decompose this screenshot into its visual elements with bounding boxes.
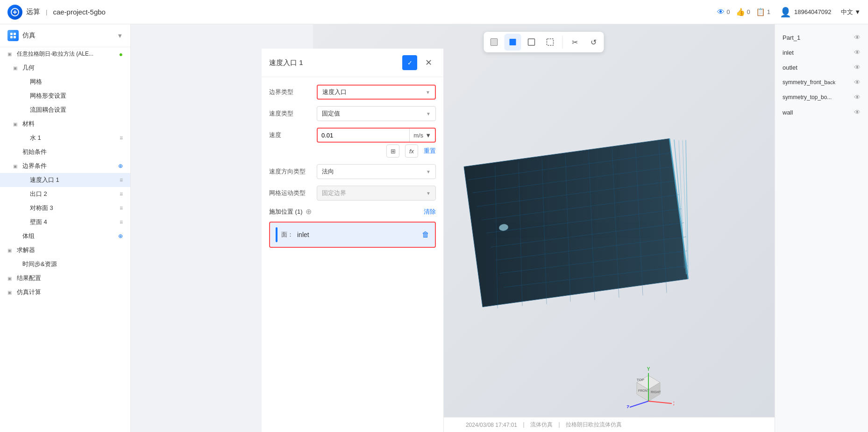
location-title: 施加位置 (1): [269, 208, 303, 216]
header: 远算 | cae-project-5gbo 👁 0 👍 0 📋 1 👤 1896…: [0, 0, 868, 24]
eye-icon[interactable]: 👁: [854, 49, 861, 56]
files-stat: 📋 1: [756, 7, 770, 16]
logo[interactable]: 远算 | cae-project-5gbo: [7, 5, 106, 20]
tree-item-mesh[interactable]: 网格: [0, 75, 130, 89]
delete-location-button[interactable]: 🗑: [422, 230, 429, 239]
separator1: ｜: [521, 421, 526, 429]
velocity-type-row: 速度类型 固定值 ▼: [269, 106, 436, 121]
cut-button[interactable]: ✂: [567, 34, 583, 50]
grid-button[interactable]: ⊞: [386, 144, 399, 158]
eye-icon[interactable]: 👁: [854, 34, 861, 41]
reset-button[interactable]: 重置: [424, 147, 436, 155]
boundary-type-select[interactable]: 速度入口 ▼: [317, 85, 436, 100]
panel-close-button[interactable]: ✕: [421, 55, 436, 70]
tree-item-fsi[interactable]: 流固耦合设置: [0, 103, 130, 117]
transparent-view-button[interactable]: [542, 34, 559, 50]
language-selector[interactable]: 中文 ▼: [841, 8, 861, 16]
unit-label: m/s: [413, 132, 423, 139]
item-label: Part_1: [783, 34, 850, 41]
velocity-unit-selector[interactable]: m/s ▼: [409, 129, 435, 142]
tree-item-water[interactable]: 水 1 ≡: [0, 131, 130, 145]
right-item-outlet[interactable]: outlet 👁: [775, 60, 868, 75]
eye-icon[interactable]: 👁: [854, 79, 861, 86]
grid-motion-value: 固定边界: [322, 189, 346, 197]
tree-item-symmetry[interactable]: 对称面 3 ≡: [0, 201, 130, 215]
svg-rect-4: [14, 36, 16, 38]
velocity-type-label: 速度类型: [269, 109, 311, 118]
wireframe-view-button[interactable]: [523, 34, 540, 50]
grid-motion-row: 网格运动类型 固定边界 ▼: [269, 186, 436, 201]
separator: [562, 36, 563, 49]
velocity-type-select[interactable]: 固定值 ▼: [317, 106, 436, 121]
user-info[interactable]: 👤 18964047092: [780, 7, 832, 18]
velocity-type-value: 固定值: [322, 109, 340, 118]
add-icon[interactable]: ⊕: [118, 233, 123, 239]
velocity-input-container: m/s ▼: [317, 128, 436, 143]
right-item-part1[interactable]: Part_1 👁: [775, 30, 868, 45]
tree-item-sim-run[interactable]: ▣ 仿真计算: [0, 285, 130, 299]
views-stat: 👁 0: [717, 8, 730, 16]
action-icon[interactable]: ≡: [120, 177, 123, 183]
expand-icon: ▣: [7, 290, 14, 295]
add-icon[interactable]: ⊕: [118, 163, 123, 169]
eye-icon[interactable]: 👁: [854, 94, 861, 101]
tree-label: 结果配置: [17, 274, 123, 282]
panel-body: 边界类型 速度入口 ▼ 速度类型 固定值 ▼ 速度: [262, 77, 443, 259]
tree-item-velocity-inlet[interactable]: 速度入口 1 ≡: [0, 173, 130, 187]
direction-type-label: 速度方向类型: [269, 167, 311, 176]
right-item-symmetry-top[interactable]: symmetry_top_bo... 👁: [775, 90, 868, 105]
right-item-symmetry-front[interactable]: symmetry_front_back 👁: [775, 75, 868, 90]
right-panel: Part_1 👁 inlet 👁 outlet 👁 symmetry_front…: [775, 24, 868, 432]
svg-line-41: [630, 401, 648, 407]
eye-icon[interactable]: 👁: [854, 108, 861, 116]
grid-motion-select[interactable]: 固定边界 ▼: [317, 186, 436, 201]
unit-dropdown-icon: ▼: [425, 132, 431, 139]
sidebar-arrow-icon[interactable]: ▼: [117, 32, 123, 39]
tree-item-mesh-deform[interactable]: 网格形变设置: [0, 89, 130, 103]
thumb-icon: 👍: [736, 7, 745, 16]
panel-header: 速度入口 1 ✓ ✕: [262, 49, 443, 77]
tree-label: 初始条件: [22, 148, 123, 156]
velocity-input[interactable]: [318, 132, 409, 139]
panel-confirm-button[interactable]: ✓: [402, 55, 417, 70]
tree-label: 水 1: [30, 134, 117, 142]
solid-view-button[interactable]: [486, 34, 503, 50]
action-icon[interactable]: ≡: [120, 135, 123, 141]
svg-text:X: X: [673, 401, 674, 406]
dropdown-icon: ▼: [426, 90, 430, 95]
tree-label: 求解器: [17, 246, 123, 254]
direction-type-select[interactable]: 法向 ▼: [317, 164, 436, 179]
reset-view-button[interactable]: ↺: [585, 34, 602, 50]
tree-item-boundary[interactable]: ▣ 边界条件 ⊕: [0, 159, 130, 173]
action-icon[interactable]: ≡: [120, 205, 123, 211]
right-item-wall[interactable]: wall 👁: [775, 105, 868, 120]
likes-stat: 👍 0: [736, 7, 750, 16]
tree-item-volume[interactable]: 体组 ⊕: [0, 229, 130, 243]
location-add-icon[interactable]: ⊕: [306, 207, 312, 216]
fx-button[interactable]: fx: [405, 144, 418, 158]
tree-item-ale[interactable]: ▣ 任意拉格朗日-欧拉方法 (ALE... ●: [0, 47, 130, 61]
eye-icon[interactable]: 👁: [854, 64, 861, 71]
svg-rect-7: [510, 39, 516, 45]
action-icon[interactable]: ≡: [120, 219, 123, 225]
tree-item-initial[interactable]: 初始条件: [0, 145, 130, 159]
tree-item-material[interactable]: ▣ 材料: [0, 117, 130, 131]
datetime: 2024/03/08 17:47:01: [466, 422, 517, 428]
tree-item-timestep[interactable]: 时间步&资源: [0, 257, 130, 271]
tree-item-wall[interactable]: 壁面 4 ≡: [0, 215, 130, 229]
svg-rect-2: [14, 33, 16, 35]
tree-item-solver[interactable]: ▣ 求解器: [0, 243, 130, 257]
chevron-down-icon: ▼: [854, 8, 861, 15]
sidebar: 仿真 ▼ ▣ 任意拉格朗日-欧拉方法 (ALE... ● ▣ 几何 网格 网格形…: [0, 24, 131, 432]
tree-label: 材料: [22, 120, 123, 128]
separator2: ｜: [556, 421, 562, 429]
scissors-icon: ✂: [572, 38, 578, 47]
right-item-inlet[interactable]: inlet 👁: [775, 45, 868, 60]
tree-item-geometry[interactable]: ▣ 几何: [0, 61, 130, 75]
tree-item-outlet[interactable]: 出口 2 ≡: [0, 187, 130, 201]
location-clear-button[interactable]: 清除: [424, 208, 436, 216]
dropdown-icon: ▼: [426, 111, 431, 116]
tree-item-result-config[interactable]: ▣ 结果配置: [0, 271, 130, 285]
shaded-view-button[interactable]: [505, 34, 521, 50]
action-icon[interactable]: ≡: [120, 191, 123, 197]
